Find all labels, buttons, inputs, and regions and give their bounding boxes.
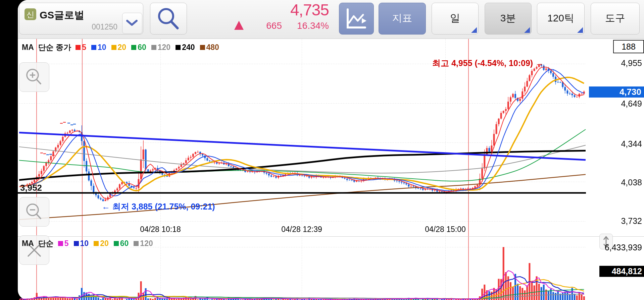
ma-period-label: 60 [138,43,146,52]
ma-legend-item: 5 [76,43,86,52]
ma-legend-item: 120 [134,239,153,248]
y-axis-label: 4,344 [588,139,642,149]
y-axis-label: 4,649 [588,99,642,109]
tick-chart-button[interactable]: 120틱 [537,3,585,35]
support-line-label: 3,952 [20,183,42,193]
ma-period-label: 120 [158,43,170,52]
ma-period-label: 240 [182,43,195,52]
low-price-annotation: ← 최저 3,885 (21.75%, 09:21) [102,201,215,212]
ma-period-label: 5 [82,43,86,52]
ma-legend-item: 20 [111,43,127,52]
price-up-arrow-icon [234,21,244,30]
ma-period-label: 10 [80,239,89,248]
ma-color-swatch [76,45,81,50]
ma-legend-item: 60 [131,43,146,52]
chart-type-button[interactable] [339,3,374,35]
current-price-tag: 4,730 [589,86,644,98]
ma-legend-items: 5102060120240480 [76,43,219,52]
tick-button-label: 120틱 [537,11,584,25]
zoom-in-button[interactable] [19,62,49,92]
remaining-count-box: 188 [613,40,644,53]
ma-color-swatch [58,241,63,246]
ma-color-swatch [114,241,119,246]
dropdown-corner-mark [471,27,477,33]
main-ma-legend: MA 단순 종가 5102060120240480 [22,42,219,53]
ma-period-label: 20 [100,239,109,248]
ma-period-label: 5 [64,239,69,248]
ma-color-swatch [151,45,156,50]
vol-legend-prefix: MA [22,239,34,248]
ma-legend-item: 5 [58,239,69,248]
volume-ma-legend: MA 단순 5102060120 [22,238,153,249]
ma-legend-item: 10 [74,239,89,248]
high-price-annotation: 최고 4,955 (-4.54%, 10:09) → [432,58,544,69]
vol-legend-type: 단순 [38,238,54,249]
ma-period-label: 120 [140,239,153,248]
ma-legend-item: 240 [176,43,195,52]
tools-button[interactable]: 도구 [591,3,640,35]
minute-chart-button-selected[interactable]: 3분 [485,3,532,35]
y-axis-label: 4,038 [588,178,642,187]
vol-legend-items: 5102060120 [58,239,153,248]
x-axis-label: 04/28 10:18 [123,225,197,234]
ma-legend-item: 20 [94,239,109,248]
ma-color-swatch [131,45,136,50]
search-button[interactable] [150,3,187,35]
ma-legend-type: 단순 종가 [38,42,71,53]
stock-name: GS글로벌 [40,8,84,22]
toolbar: 신 GS글로벌 001250 4,735 665 16.34% 지표 일 3분 [18,0,644,39]
zoom-out-button[interactable] [19,197,49,227]
tools-button-label: 도구 [591,11,639,25]
ma-period-label: 480 [206,43,219,52]
stock-market-badge: 신 [24,8,36,20]
y-axis-label: 3,732 [588,216,642,226]
indicator-button-label: 지표 [379,11,426,25]
minute-button-label: 3분 [485,11,531,25]
daily-button-label: 일 [432,11,478,25]
ma-legend-prefix: MA [22,43,34,52]
stock-dropdown-button[interactable] [122,13,142,34]
ma-period-label: 60 [120,239,129,248]
volume-max-label: 6,433,939 [588,243,642,252]
line-chart-icon [346,8,368,30]
ma-color-swatch [74,241,79,246]
ma-legend-item: 60 [114,239,129,248]
ma-color-swatch [200,45,205,50]
zoom-out-icon [24,202,44,222]
current-price: 4,735 [258,1,329,19]
zoom-in-icon [24,67,44,87]
ma-color-swatch [111,45,116,50]
ma-color-swatch [94,241,99,246]
stock-code: 001250 [92,22,117,32]
ma-period-label: 20 [118,43,127,52]
price-change-value: 665 [253,20,282,31]
stock-selector-button[interactable]: 신 GS글로벌 001250 [19,3,143,35]
dropdown-corner-mark [524,27,530,33]
dropdown-corner-mark [577,27,583,33]
search-icon [157,7,180,31]
ma-color-swatch [91,45,96,50]
price-change-percent: 16.34% [288,20,329,31]
indicator-button[interactable]: 지표 [379,3,426,35]
daily-chart-button[interactable]: 일 [432,3,479,35]
volume-current-tag: 484,812 [599,266,644,277]
ma-legend-item: 10 [91,43,106,52]
x-axis-label: 04/28 12:39 [265,225,339,234]
x-axis-label: 04/28 15:00 [408,225,482,234]
ma-color-swatch [134,241,139,246]
ma-legend-item: 480 [200,43,219,52]
ma-color-swatch [176,45,181,50]
chevron-down-icon [126,20,138,26]
ma-legend-item: 120 [151,43,170,52]
y-axis-label: 4,955 [588,58,642,68]
ma-period-label: 10 [98,43,106,52]
